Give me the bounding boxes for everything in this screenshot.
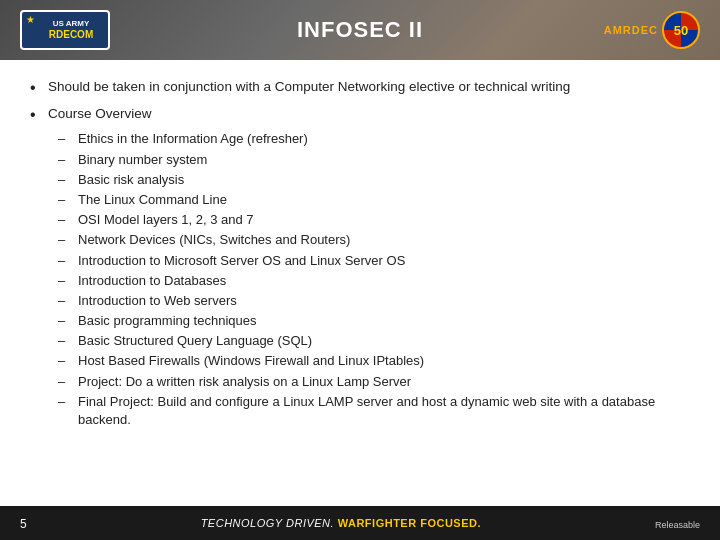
sub-text-8: Introduction to Web servers (78, 292, 237, 310)
sub-dash-4: – (58, 211, 78, 229)
sub-item-2: –Basic risk analysis (58, 171, 690, 189)
sub-item-10: –Basic Structured Query Language (SQL) (58, 332, 690, 350)
sub-text-3: The Linux Command Line (78, 191, 227, 209)
rdecom-logo: ★ US ARMY RDECOM (20, 10, 110, 50)
amrdec-number: 50 (674, 23, 688, 38)
sub-dash-8: – (58, 292, 78, 310)
page-number: 5 (20, 517, 27, 531)
rdecom-logo-text: US ARMY RDECOM (37, 19, 93, 41)
sub-text-11: Host Based Firewalls (Windows Firewall a… (78, 352, 424, 370)
sub-list: –Ethics in the Information Age (refreshe… (58, 130, 690, 429)
sub-dash-3: – (58, 191, 78, 209)
footer-right: Releasable (655, 514, 700, 532)
amrdec-logo: AMRDEC 50 (604, 11, 700, 49)
bullet-item-2: • Course Overview (30, 105, 690, 124)
main-content: • Should be taken in conjunction with a … (0, 60, 720, 520)
bullet-section-1: • Should be taken in conjunction with a … (30, 78, 690, 97)
sub-dash-12: – (58, 373, 78, 391)
amrdec-name: AMRDEC (604, 24, 658, 36)
sub-text-0: Ethics in the Information Age (refresher… (78, 130, 308, 148)
sub-text-2: Basic risk analysis (78, 171, 184, 189)
bullet-section-2: • Course Overview –Ethics in the Informa… (30, 105, 690, 429)
footer-tagline: TECHNOLOGY DRIVEN. WARFIGHTER FOCUSED. (201, 517, 481, 529)
footer-tech-text: TECHNOLOGY DRIVEN. (201, 517, 335, 529)
logo-left: ★ US ARMY RDECOM (20, 6, 120, 54)
footer-war-text: WARFIGHTER FOCUSED. (338, 517, 481, 529)
sub-text-12: Project: Do a written risk analysis on a… (78, 373, 411, 391)
bullet-text-2: Course Overview (48, 105, 152, 124)
amrdec-circle: 50 (662, 11, 700, 49)
sub-dash-13: – (58, 393, 78, 411)
sub-dash-10: – (58, 332, 78, 350)
page-title: INFOSEC II (120, 17, 600, 43)
sub-text-7: Introduction to Databases (78, 272, 226, 290)
sub-text-1: Binary number system (78, 151, 207, 169)
sub-text-5: Network Devices (NICs, Switches and Rout… (78, 231, 350, 249)
sub-dash-2: – (58, 171, 78, 189)
sub-item-11: –Host Based Firewalls (Windows Firewall … (58, 352, 690, 370)
sub-text-9: Basic programming techniques (78, 312, 256, 330)
sub-dash-6: – (58, 252, 78, 270)
sub-item-9: –Basic programming techniques (58, 312, 690, 330)
sub-text-10: Basic Structured Query Language (SQL) (78, 332, 312, 350)
logo-right: AMRDEC 50 (600, 11, 700, 49)
star-icon: ★ (26, 14, 35, 25)
sub-dash-7: – (58, 272, 78, 290)
footer: 5 TECHNOLOGY DRIVEN. WARFIGHTER FOCUSED.… (0, 506, 720, 540)
bullet-dot-1: • (30, 78, 48, 97)
sub-item-4: –OSI Model layers 1, 2, 3 and 7 (58, 211, 690, 229)
sub-item-0: –Ethics in the Information Age (refreshe… (58, 130, 690, 148)
sub-text-4: OSI Model layers 1, 2, 3 and 7 (78, 211, 254, 229)
bullet-dot-2: • (30, 105, 48, 124)
header: ★ US ARMY RDECOM INFOSEC II AMRDEC 50 (0, 0, 720, 60)
footer-page-number: 5 (20, 514, 27, 532)
bullet-text-1: Should be taken in conjunction with a Co… (48, 78, 570, 97)
sub-text-6: Introduction to Microsoft Server OS and … (78, 252, 405, 270)
footer-releasable: Releasable (655, 520, 700, 530)
sub-item-8: –Introduction to Web servers (58, 292, 690, 310)
rdecom-line2: RDECOM (49, 29, 93, 41)
amrdec-text: AMRDEC (604, 24, 658, 36)
sub-text-13: Final Project: Build and configure a Lin… (78, 393, 690, 429)
sub-dash-9: – (58, 312, 78, 330)
sub-item-3: –The Linux Command Line (58, 191, 690, 209)
sub-item-1: –Binary number system (58, 151, 690, 169)
sub-dash-0: – (58, 130, 78, 148)
sub-item-5: –Network Devices (NICs, Switches and Rou… (58, 231, 690, 249)
sub-dash-1: – (58, 151, 78, 169)
bullet-item-1: • Should be taken in conjunction with a … (30, 78, 690, 97)
sub-item-13: –Final Project: Build and configure a Li… (58, 393, 690, 429)
rdecom-line1: US ARMY (49, 19, 93, 29)
sub-item-6: –Introduction to Microsoft Server OS and… (58, 252, 690, 270)
sub-item-7: –Introduction to Databases (58, 272, 690, 290)
sub-item-12: –Project: Do a written risk analysis on … (58, 373, 690, 391)
sub-dash-11: – (58, 352, 78, 370)
sub-dash-5: – (58, 231, 78, 249)
